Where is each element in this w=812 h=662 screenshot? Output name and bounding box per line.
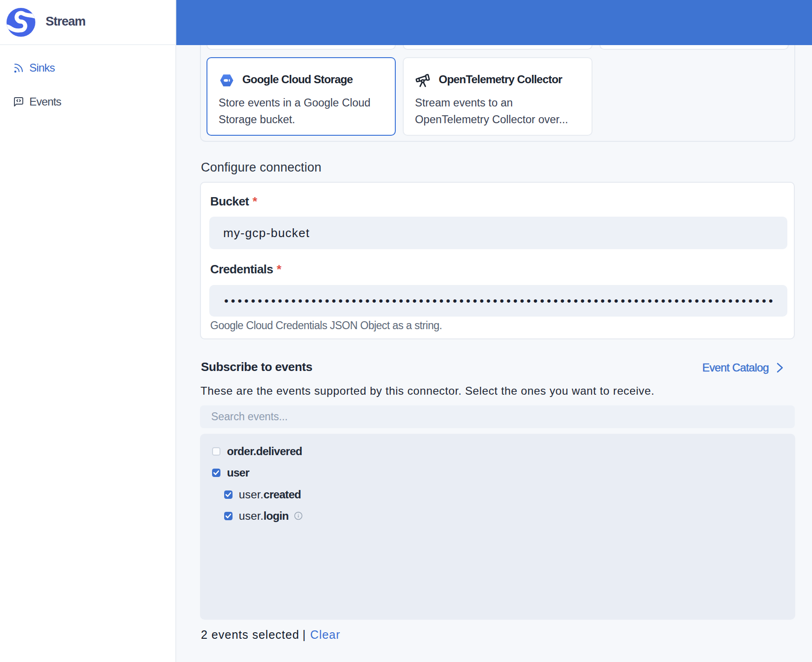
credentials-field-label: Credentials* — [210, 262, 281, 277]
sidebar-item-label: Events — [29, 95, 61, 108]
event-catalog-link[interactable]: Event Catalog — [702, 361, 783, 374]
event-row-user: user — [212, 466, 795, 479]
sidebar-item-label: Sinks — [29, 61, 55, 74]
required-asterisk: * — [277, 262, 281, 276]
checkbox-order-delivered[interactable] — [212, 447, 220, 456]
sidebar-nav: Sinks Events — [0, 45, 175, 113]
event-row-user-login: user.login — [224, 510, 796, 523]
subscribe-description: These are the events supported by this c… — [200, 384, 654, 397]
card-description: Stream events to an OpenTelemetry Collec… — [415, 94, 580, 128]
subscribe-to-events-title: Subscribe to events — [201, 360, 312, 374]
sidebar: Stream Sinks Events — [0, 0, 176, 662]
connector-card-opentelemetry-collector[interactable]: OpenTelemetry Collector Stream events to… — [403, 57, 592, 136]
event-label-prefix: user. — [239, 488, 264, 501]
main-content: Google Cloud Storage Store events in a G… — [176, 0, 812, 662]
required-asterisk: * — [253, 194, 257, 208]
credentials-input[interactable] — [209, 285, 787, 317]
message-square-code-icon — [13, 96, 24, 107]
checkbox-user-login[interactable] — [224, 512, 233, 520]
event-label: user.login — [239, 510, 289, 523]
field-label-text: Bucket — [210, 194, 249, 208]
field-label-text: Credentials — [210, 262, 273, 276]
footer-separator: | — [303, 628, 306, 642]
empty-grid-cell — [599, 57, 789, 136]
event-label-suffix: created — [264, 488, 301, 501]
stream-logo-icon — [7, 8, 35, 37]
event-row-user-created: user.created — [224, 488, 796, 501]
event-label: user.created — [239, 488, 301, 501]
sidebar-header: Stream — [0, 0, 175, 45]
chevron-right-icon — [777, 363, 783, 373]
checkbox-user[interactable] — [212, 469, 220, 477]
top-header-bar — [176, 0, 812, 45]
card-description: Store events in a Google Cloud Storage b… — [219, 94, 384, 128]
events-footer: 2 events selected | Clear — [201, 628, 340, 642]
search-events-input[interactable] — [200, 405, 795, 428]
connector-card-google-cloud-storage[interactable]: Google Cloud Storage Store events in a G… — [206, 57, 396, 136]
sidebar-item-sinks[interactable]: Sinks — [0, 57, 175, 79]
bucket-input[interactable] — [209, 217, 787, 249]
card-title: OpenTelemetry Collector — [439, 73, 562, 86]
check-icon — [226, 514, 231, 518]
telescope-icon — [415, 73, 431, 88]
events-list-panel: order.delivered user user.created user.l… — [200, 434, 795, 620]
configure-connection-card: Bucket* Credentials* Google Cloud Creden… — [200, 182, 795, 339]
event-label: order.delivered — [227, 445, 302, 458]
configure-connection-title: Configure connection — [201, 160, 321, 175]
card-head: OpenTelemetry Collector — [415, 73, 580, 88]
check-icon — [213, 470, 219, 475]
app: Stream Sinks Events — [0, 0, 812, 662]
google-cloud-storage-icon — [219, 73, 234, 88]
event-catalog-label: Event Catalog — [702, 361, 769, 374]
event-label-prefix: user. — [239, 510, 264, 522]
credentials-help-text: Google Cloud Credentials JSON Object as … — [210, 319, 442, 332]
checkbox-user-created[interactable] — [224, 490, 233, 499]
event-label: user — [227, 466, 249, 479]
card-title: Google Cloud Storage — [242, 73, 353, 86]
event-label-suffix: login — [264, 510, 289, 522]
rss-icon — [13, 62, 24, 73]
event-row-order-delivered: order.delivered — [212, 445, 795, 458]
check-icon — [226, 492, 231, 497]
card-head: Google Cloud Storage — [219, 73, 384, 88]
info-icon[interactable] — [294, 511, 303, 520]
sidebar-item-events[interactable]: Events — [0, 91, 175, 113]
bucket-field-label: Bucket* — [210, 194, 257, 209]
clear-selection-link[interactable]: Clear — [310, 628, 340, 642]
app-title: Stream — [46, 14, 86, 29]
selected-count-text: 2 events selected — [201, 628, 300, 642]
